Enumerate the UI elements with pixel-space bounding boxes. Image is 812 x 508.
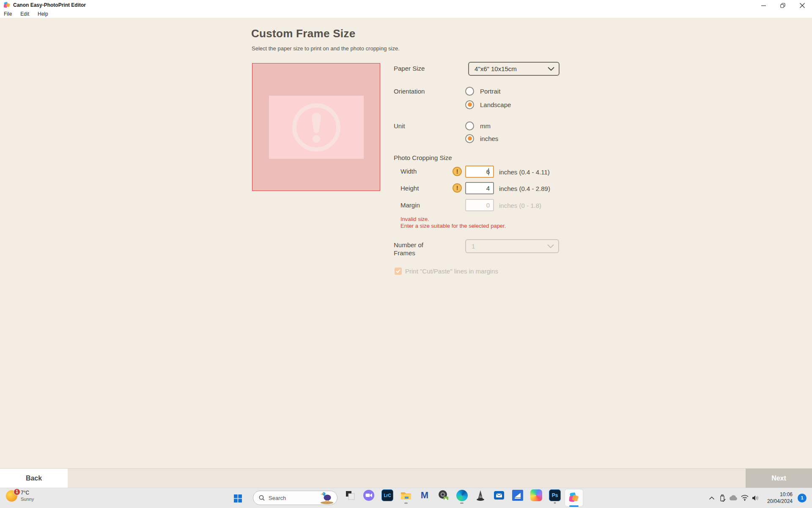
usb-device-icon[interactable]: [717, 488, 728, 508]
onedrive-cloud-icon[interactable]: [728, 488, 739, 508]
weather-condition: Sunny: [21, 497, 34, 502]
lightroom-classic-icon[interactable]: LrC: [381, 489, 393, 501]
s4-utility-icon[interactable]: S4: [475, 489, 486, 501]
tray-chevron-up-icon[interactable]: [706, 488, 717, 508]
app-window: Canon Easy-PhotoPrint Editor File Edit H…: [0, 0, 812, 508]
margin-range: inches (0 - 1.8): [499, 202, 541, 209]
system-tray: 10:06 20/04/2024 1: [706, 488, 812, 508]
unit-label: Unit: [394, 122, 405, 130]
radio-mm[interactable]: mm: [465, 121, 491, 130]
chevron-down-icon: [547, 244, 554, 248]
radio-inches[interactable]: inches: [465, 134, 498, 143]
paper-size-select[interactable]: 4"x6" 10x15cm: [468, 62, 560, 76]
cut-paste-checkbox: [395, 268, 402, 275]
active-app-indicator: [569, 505, 579, 507]
outlook-icon[interactable]: [493, 489, 505, 501]
window-title: Canon Easy-PhotoPrint Editor: [13, 2, 86, 8]
tray-time: 10:06: [767, 491, 793, 498]
search-icon: [259, 495, 265, 501]
error-message-line1: Invalid size.: [401, 216, 429, 222]
wifi-icon[interactable]: [739, 488, 750, 508]
frames-label: Number of Frames: [394, 241, 434, 257]
video-chat-icon[interactable]: [363, 489, 375, 501]
width-range: inches (0.4 - 4.11): [499, 168, 550, 176]
next-button[interactable]: Next: [746, 469, 812, 488]
paper-preview: [252, 63, 380, 191]
edge-icon[interactable]: [456, 489, 468, 501]
scan-utility-icon[interactable]: [512, 489, 524, 501]
notification-badge[interactable]: 1: [798, 494, 807, 502]
footer-bar: Back Next: [0, 468, 812, 488]
width-input[interactable]: [465, 166, 494, 178]
task-view-icon[interactable]: [344, 489, 356, 501]
margin-input: [465, 199, 494, 211]
radio-portrait[interactable]: Portrait: [465, 86, 500, 96]
height-range: inches (0.4 - 2.89): [499, 185, 550, 192]
cut-paste-label: Print "Cut/Paste" lines in margins: [405, 268, 498, 275]
minimize-button[interactable]: [754, 0, 773, 11]
paper-size-value: 4"x6" 10x15cm: [475, 65, 517, 72]
running-indicator: [460, 502, 464, 504]
search-box[interactable]: Search: [253, 491, 337, 505]
file-explorer-icon[interactable]: [400, 489, 412, 501]
radio-mm-label: mm: [480, 122, 491, 130]
restore-button[interactable]: [773, 0, 793, 11]
text-caret: [488, 168, 489, 175]
height-label: Height: [401, 185, 419, 192]
radio-mm-circle[interactable]: [465, 121, 474, 130]
width-warning-icon: !: [453, 167, 462, 176]
menu-edit[interactable]: Edit: [16, 10, 33, 18]
chevron-down-icon: [548, 67, 554, 71]
canon-easy-photoprint-editor-icon[interactable]: [565, 489, 583, 506]
taskbar-pinned-icons: LrC M S4 Ps: [344, 489, 561, 501]
menu-bar: File Edit Help: [0, 10, 812, 18]
windows-logo-icon: [234, 494, 242, 502]
weather-badge: 1: [14, 489, 20, 495]
check-icon: [396, 269, 401, 273]
clock[interactable]: 10:06 20/04/2024: [767, 491, 793, 505]
creative-cloud-icon[interactable]: [530, 489, 542, 501]
search-highlight-bird-icon: [318, 491, 335, 504]
photoshop-icon[interactable]: Ps: [549, 489, 561, 501]
running-indicator: [404, 502, 408, 504]
paper-size-label: Paper Size: [394, 65, 425, 72]
tray-date: 20/04/2024: [767, 498, 793, 505]
start-button[interactable]: [233, 494, 242, 503]
radio-inches-label: inches: [480, 135, 498, 142]
height-input[interactable]: [465, 182, 494, 194]
close-button[interactable]: [793, 0, 812, 11]
running-indicator: [554, 502, 556, 504]
alert-placeholder-icon: [290, 101, 343, 154]
margin-label: Margin: [401, 202, 420, 209]
back-button[interactable]: Back: [0, 469, 68, 488]
title-bar: Canon Easy-PhotoPrint Editor: [0, 0, 812, 10]
search-placeholder: Search: [269, 495, 286, 501]
svg-text:S4: S4: [479, 495, 483, 499]
weather-temp: 7°C: [21, 490, 34, 496]
menu-file[interactable]: File: [0, 10, 16, 18]
frames-value: 1: [472, 243, 475, 250]
page-subtitle: Select the paper size to print on and th…: [252, 45, 400, 52]
radio-portrait-label: Portrait: [480, 88, 500, 95]
cropping-section-label: Photo Cropping Size: [394, 154, 452, 161]
canon-eppe-logo-icon: [3, 2, 10, 8]
radio-landscape[interactable]: Landscape: [465, 100, 511, 109]
frames-select: 1: [465, 239, 559, 253]
weather-widget[interactable]: 1 7°C Sunny: [6, 490, 34, 502]
sunny-weather-icon: 1: [6, 490, 17, 502]
radio-landscape-circle[interactable]: [465, 100, 474, 109]
volume-icon[interactable]: [750, 488, 761, 508]
width-label: Width: [401, 168, 417, 175]
camera-photo-icon[interactable]: [437, 489, 449, 501]
height-warning-icon: !: [453, 183, 462, 193]
crop-area-preview: [269, 96, 364, 159]
malwarebytes-icon[interactable]: M: [419, 489, 431, 501]
error-message-line2: Enter a size suitable for the selected p…: [401, 223, 506, 229]
radio-portrait-circle[interactable]: [465, 87, 474, 96]
orientation-label: Orientation: [394, 88, 425, 95]
menu-help[interactable]: Help: [33, 10, 52, 18]
radio-inches-circle[interactable]: [465, 134, 474, 143]
radio-landscape-label: Landscape: [480, 101, 511, 108]
page-title: Custom Frame Size: [251, 27, 355, 40]
